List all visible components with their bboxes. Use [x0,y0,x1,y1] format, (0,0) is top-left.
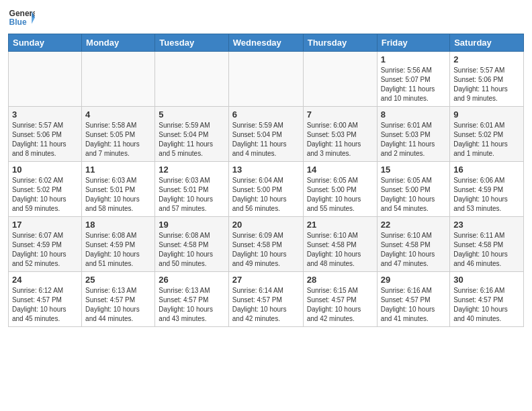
day-number: 21 [307,220,373,230]
day-number: 7 [307,109,373,120]
day-info: Sunrise: 6:05 AM Sunset: 5:00 PM Dayligh… [381,176,447,214]
calendar-cell: 21Sunrise: 6:10 AM Sunset: 4:58 PM Dayli… [303,217,377,272]
day-info: Sunrise: 5:57 AM Sunset: 5:06 PM Dayligh… [12,121,78,158]
calendar-cell: 11Sunrise: 6:03 AM Sunset: 5:01 PM Dayli… [82,162,155,217]
calendar-cell: 19Sunrise: 6:08 AM Sunset: 4:58 PM Dayli… [155,217,228,272]
day-number: 17 [12,220,78,230]
weekday-header-saturday: Saturday [450,34,524,52]
day-info: Sunrise: 5:57 AM Sunset: 5:06 PM Dayligh… [453,66,520,103]
calendar-cell: 18Sunrise: 6:08 AM Sunset: 4:59 PM Dayli… [82,217,155,272]
day-info: Sunrise: 6:14 AM Sunset: 4:57 PM Dayligh… [232,286,300,324]
day-number: 2 [453,54,520,64]
calendar-cell: 23Sunrise: 6:11 AM Sunset: 4:58 PM Dayli… [450,217,524,272]
day-number: 12 [159,165,224,175]
day-info: Sunrise: 5:56 AM Sunset: 5:07 PM Dayligh… [381,66,447,103]
svg-text:Blue: Blue [9,17,27,27]
calendar-cell: 30Sunrise: 6:16 AM Sunset: 4:57 PM Dayli… [450,272,524,327]
day-number: 9 [453,109,520,120]
calendar-cell: 26Sunrise: 6:13 AM Sunset: 4:57 PM Dayli… [155,272,228,327]
svg-marker-3 [32,17,35,24]
weekday-header-row: SundayMondayTuesdayWednesdayThursdayFrid… [9,34,524,52]
calendar-cell: 1Sunrise: 5:56 AM Sunset: 5:07 PM Daylig… [377,52,450,107]
day-number: 22 [381,220,447,230]
calendar-week-row: 10Sunrise: 6:02 AM Sunset: 5:02 PM Dayli… [9,162,524,217]
day-number: 23 [453,220,520,230]
day-number: 3 [12,109,78,120]
weekday-header-sunday: Sunday [9,34,82,52]
day-info: Sunrise: 6:03 AM Sunset: 5:01 PM Dayligh… [159,176,224,214]
day-number: 29 [381,275,447,285]
calendar-cell: 17Sunrise: 6:07 AM Sunset: 4:59 PM Dayli… [9,217,82,272]
calendar-cell: 10Sunrise: 6:02 AM Sunset: 5:02 PM Dayli… [9,162,82,217]
day-info: Sunrise: 6:16 AM Sunset: 4:57 PM Dayligh… [381,286,447,324]
day-info: Sunrise: 6:06 AM Sunset: 4:59 PM Dayligh… [453,176,520,214]
day-info: Sunrise: 6:03 AM Sunset: 5:01 PM Dayligh… [85,176,151,214]
day-info: Sunrise: 6:08 AM Sunset: 4:59 PM Dayligh… [85,231,151,269]
calendar-cell: 13Sunrise: 6:04 AM Sunset: 5:00 PM Dayli… [228,162,303,217]
logo: General Blue [8,7,35,28]
day-number: 20 [232,220,300,230]
day-number: 19 [159,220,224,230]
day-info: Sunrise: 6:12 AM Sunset: 4:57 PM Dayligh… [12,286,78,324]
calendar-cell [9,52,82,107]
day-number: 16 [453,165,520,175]
logo-icon: General Blue [8,7,35,28]
calendar-cell: 9Sunrise: 6:01 AM Sunset: 5:02 PM Daylig… [450,107,524,162]
calendar-cell: 20Sunrise: 6:09 AM Sunset: 4:58 PM Dayli… [228,217,303,272]
calendar-cell: 8Sunrise: 6:01 AM Sunset: 5:03 PM Daylig… [377,107,450,162]
calendar-cell: 25Sunrise: 6:13 AM Sunset: 4:57 PM Dayli… [82,272,155,327]
day-number: 10 [12,165,78,175]
day-number: 1 [381,54,447,64]
calendar-cell [82,52,155,107]
calendar-table: SundayMondayTuesdayWednesdayThursdayFrid… [8,34,524,327]
weekday-header-friday: Friday [377,34,450,52]
day-number: 4 [85,109,151,120]
page-container: General Blue SundayMondayTuesdayWednesda… [0,0,532,334]
day-number: 25 [85,275,151,285]
calendar-cell: 24Sunrise: 6:12 AM Sunset: 4:57 PM Dayli… [9,272,82,327]
day-info: Sunrise: 6:00 AM Sunset: 5:03 PM Dayligh… [307,121,373,158]
calendar-cell: 7Sunrise: 6:00 AM Sunset: 5:03 PM Daylig… [303,107,377,162]
day-info: Sunrise: 6:01 AM Sunset: 5:03 PM Dayligh… [381,121,447,158]
day-info: Sunrise: 6:15 AM Sunset: 4:57 PM Dayligh… [307,286,373,324]
calendar-cell [228,52,303,107]
day-number: 8 [381,109,447,120]
day-info: Sunrise: 6:01 AM Sunset: 5:02 PM Dayligh… [453,121,520,158]
day-number: 13 [232,165,300,175]
weekday-header-wednesday: Wednesday [228,34,303,52]
day-info: Sunrise: 6:16 AM Sunset: 4:57 PM Dayligh… [453,286,520,324]
day-info: Sunrise: 6:13 AM Sunset: 4:57 PM Dayligh… [85,286,151,324]
calendar-cell: 15Sunrise: 6:05 AM Sunset: 5:00 PM Dayli… [377,162,450,217]
calendar-cell: 6Sunrise: 5:59 AM Sunset: 5:04 PM Daylig… [228,107,303,162]
calendar-cell: 27Sunrise: 6:14 AM Sunset: 4:57 PM Dayli… [228,272,303,327]
calendar-cell: 12Sunrise: 6:03 AM Sunset: 5:01 PM Dayli… [155,162,228,217]
day-info: Sunrise: 6:08 AM Sunset: 4:58 PM Dayligh… [159,231,224,269]
day-info: Sunrise: 6:02 AM Sunset: 5:02 PM Dayligh… [12,176,78,214]
day-number: 27 [232,275,300,285]
day-number: 26 [159,275,224,285]
day-number: 14 [307,165,373,175]
calendar-cell: 29Sunrise: 6:16 AM Sunset: 4:57 PM Dayli… [377,272,450,327]
day-info: Sunrise: 5:58 AM Sunset: 5:05 PM Dayligh… [85,121,151,158]
day-info: Sunrise: 6:05 AM Sunset: 5:00 PM Dayligh… [307,176,373,214]
calendar-cell [155,52,228,107]
calendar-cell: 2Sunrise: 5:57 AM Sunset: 5:06 PM Daylig… [450,52,524,107]
calendar-cell: 5Sunrise: 5:59 AM Sunset: 5:04 PM Daylig… [155,107,228,162]
day-number: 11 [85,165,151,175]
day-info: Sunrise: 5:59 AM Sunset: 5:04 PM Dayligh… [159,121,224,158]
calendar-cell: 3Sunrise: 5:57 AM Sunset: 5:06 PM Daylig… [9,107,82,162]
calendar-week-row: 1Sunrise: 5:56 AM Sunset: 5:07 PM Daylig… [9,52,524,107]
day-info: Sunrise: 6:11 AM Sunset: 4:58 PM Dayligh… [453,231,520,269]
day-number: 30 [453,275,520,285]
day-info: Sunrise: 6:07 AM Sunset: 4:59 PM Dayligh… [12,231,78,269]
calendar-cell: 4Sunrise: 5:58 AM Sunset: 5:05 PM Daylig… [82,107,155,162]
day-number: 18 [85,220,151,230]
day-info: Sunrise: 6:13 AM Sunset: 4:57 PM Dayligh… [159,286,224,324]
day-number: 28 [307,275,373,285]
header: General Blue [8,7,524,28]
day-number: 15 [381,165,447,175]
day-info: Sunrise: 6:04 AM Sunset: 5:00 PM Dayligh… [232,176,300,214]
calendar-week-row: 3Sunrise: 5:57 AM Sunset: 5:06 PM Daylig… [9,107,524,162]
calendar-cell [303,52,377,107]
day-number: 5 [159,109,224,120]
